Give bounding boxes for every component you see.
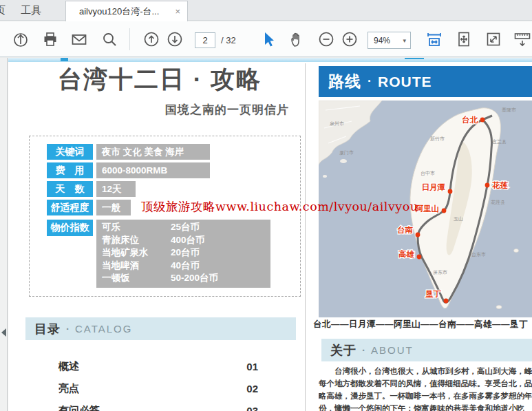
city-marker-dot bbox=[480, 118, 485, 123]
page-total-label: / 32 bbox=[221, 35, 236, 45]
city-marker-dot bbox=[444, 299, 449, 304]
city-marker-label: 日月潭 bbox=[422, 183, 446, 191]
info-value: 12天 bbox=[96, 181, 136, 197]
city-marker-label: 花莲 bbox=[491, 181, 509, 189]
city-marker-label: 阿里山 bbox=[416, 204, 440, 213]
info-row: 天 数12天 bbox=[47, 181, 210, 197]
column-divider bbox=[305, 63, 306, 411]
about-line: 略高雄，漫步垦丁。一杯咖啡一本书，在多雨多雾多梦想的年 bbox=[319, 390, 532, 402]
about-line: 份，慵懒一个悠闲的下午；饶富趣味的巷弄美食和地道小吃 bbox=[319, 402, 532, 411]
price-item-value: 40台币 bbox=[171, 260, 200, 272]
toolbar: / 32 94% ▾ bbox=[0, 21, 532, 57]
about-title-zh: 关于 bbox=[330, 342, 357, 359]
document-tab[interactable]: ailvyou120台湾-台... × bbox=[65, 1, 188, 21]
map-minor-label: 宜兰县 bbox=[492, 139, 507, 144]
close-tab-icon[interactable]: × bbox=[175, 7, 180, 16]
catalog-section-header: 目录 · CATALOG bbox=[25, 317, 296, 340]
city-marker-dot bbox=[448, 189, 453, 194]
price-item-value: 20台币 bbox=[171, 246, 200, 259]
catalog-title-zh: 目录 bbox=[34, 321, 61, 337]
zoom-in-icon[interactable] bbox=[341, 30, 359, 48]
price-item: 一顿饭50-200台币 bbox=[102, 272, 270, 285]
map-minor-label: 厦门市 bbox=[339, 149, 354, 156]
sidebar-collapse-icon[interactable] bbox=[1, 328, 6, 337]
map-minor-label: 泉州市 bbox=[330, 120, 344, 126]
tab-tools[interactable]: 工具 bbox=[21, 4, 41, 17]
about-section-header: 关于 · ABOUT bbox=[321, 339, 532, 361]
chevron-down-icon: ▾ bbox=[403, 37, 410, 44]
tab-bar: 页 工具 ailvyou120台湾-台... × bbox=[0, 0, 532, 21]
search-icon[interactable] bbox=[100, 30, 118, 48]
price-item-value: 50-200台币 bbox=[171, 272, 218, 284]
price-item: 青旅床位400台币 bbox=[102, 234, 270, 247]
catalog-item-page: 01 bbox=[246, 361, 258, 372]
catalog-item-page: 02 bbox=[246, 383, 258, 394]
price-index-row: 物价指数 可乐25台币青旅床位400台币当地矿泉水20台币当地啤酒40台币一顿饭… bbox=[47, 220, 270, 288]
city-marker-label: 高雄 bbox=[398, 250, 415, 258]
document-tab-title: ailvyou120台湾-台... bbox=[79, 6, 171, 18]
page-display-options-icon[interactable] bbox=[513, 30, 531, 48]
watermark-text: 顶级旅游攻略www.liuchaw.com/lvyou/ailvyou bbox=[141, 198, 418, 215]
fit-width-icon[interactable] bbox=[425, 30, 443, 48]
price-item: 当地矿泉水20台币 bbox=[102, 246, 270, 260]
catalog-item-name: 概述 bbox=[58, 360, 246, 373]
info-label: 舒适程度 bbox=[47, 200, 93, 215]
next-page-icon[interactable] bbox=[166, 30, 184, 48]
previous-page-edge bbox=[8, 58, 532, 62]
select-tool-icon[interactable] bbox=[259, 30, 277, 48]
zoom-out-icon[interactable] bbox=[317, 30, 335, 48]
map-minor-label: 玉山 bbox=[454, 216, 463, 221]
about-line: 台湾很小，台湾也很大，从城市到乡村，高山到大海，峰 bbox=[319, 365, 532, 377]
zoom-level-select[interactable]: 94% ▾ bbox=[368, 32, 411, 49]
price-item: 可乐25台币 bbox=[102, 221, 270, 234]
map-minor-label: 屏东市 bbox=[433, 269, 447, 275]
info-value: 6000-8000RMB bbox=[96, 162, 210, 178]
page-title: 台湾十二日 · 攻略 bbox=[22, 63, 297, 96]
catalog-item: 有问必答03 bbox=[58, 399, 258, 411]
price-item-name: 青旅床位 bbox=[102, 234, 171, 246]
map-minor-label: 新竹市 bbox=[430, 136, 445, 141]
info-label: 关键词 bbox=[47, 144, 93, 160]
page-subtitle: 国境之南的一页明信片 bbox=[8, 102, 289, 118]
info-row: 费 用6000-8000RMB bbox=[47, 162, 210, 178]
info-label: 费 用 bbox=[47, 162, 93, 178]
about-dot: · bbox=[362, 344, 365, 356]
map-minor-label: 台中市 bbox=[421, 170, 435, 176]
city-marker-dot bbox=[416, 233, 421, 238]
catalog-item-name: 亮点 bbox=[58, 382, 246, 395]
price-item-value: 25台币 bbox=[171, 221, 200, 233]
pdf-reader-window: 页 工具 ailvyou120台湾-台... × / 32 bbox=[0, 0, 532, 411]
actual-size-icon[interactable] bbox=[485, 30, 502, 48]
share-upload-icon[interactable] bbox=[12, 30, 30, 48]
city-marker-dot bbox=[442, 209, 447, 213]
city-marker-label: 台北 bbox=[462, 115, 478, 124]
document-view[interactable]: 台湾十二日 · 攻略 国境之南的一页明信片 关键词夜市 文化 美食 海岸费 用6… bbox=[0, 58, 532, 411]
map-minor-label: 台东市 bbox=[471, 251, 486, 257]
previous-page-icon[interactable] bbox=[142, 30, 160, 48]
catalog-item-name: 有问必答 bbox=[58, 404, 246, 411]
price-list: 可乐25台币青旅床位400台币当地矿泉水20台币当地啤酒40台币一顿饭50-20… bbox=[96, 220, 270, 288]
about-text: 台湾很小，台湾也很大，从城市到乡村，高山到大海，峰每个地方都散发着不同的风情，值… bbox=[319, 365, 532, 411]
pdf-page: 台湾十二日 · 攻略 国境之南的一页明信片 关键词夜市 文化 美食 海岸费 用6… bbox=[8, 58, 532, 411]
about-title-en: ABOUT bbox=[371, 344, 414, 356]
price-item-name: 当地啤酒 bbox=[102, 260, 171, 272]
catalog-dot: · bbox=[66, 323, 70, 335]
print-icon[interactable] bbox=[41, 30, 59, 48]
route-caption: 台北——日月潭——阿里山——台南——高雄——垦丁 bbox=[313, 319, 532, 330]
info-label: 天 数 bbox=[47, 181, 93, 197]
page-number-input[interactable] bbox=[195, 32, 215, 48]
hand-tool-icon[interactable] bbox=[288, 30, 306, 48]
toolbar-separator bbox=[129, 28, 130, 50]
email-icon[interactable] bbox=[70, 30, 88, 48]
tab-home-partial[interactable]: 页 bbox=[0, 4, 6, 17]
route-title-en: ROUTE bbox=[378, 74, 432, 90]
route-dot: · bbox=[368, 74, 372, 89]
info-row: 关键词夜市 文化 美食 海岸 bbox=[47, 144, 210, 160]
catalog-item: 概述01 bbox=[58, 355, 258, 377]
catalog-list: 概述01亮点02有问必答03 bbox=[58, 355, 258, 411]
price-index-label: 物价指数 bbox=[47, 220, 93, 236]
fit-page-icon[interactable] bbox=[455, 30, 473, 48]
route-title-zh: 路线 bbox=[328, 71, 361, 92]
sidebar-strip bbox=[0, 58, 8, 411]
info-value: 一般 bbox=[96, 200, 131, 215]
